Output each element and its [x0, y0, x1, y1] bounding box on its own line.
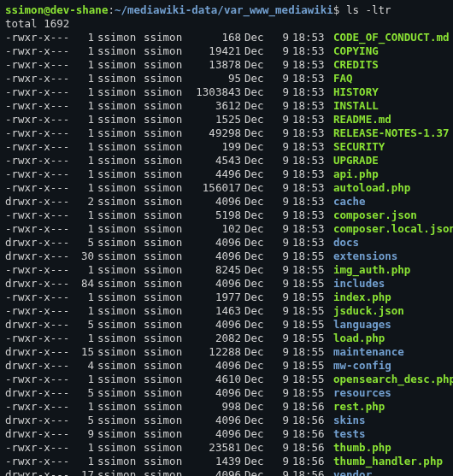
permissions: -rwxr-x--- [5, 85, 74, 99]
size: 23581 [190, 441, 241, 455]
time: 18:55 [289, 332, 330, 345]
file-name: SECURITY [330, 140, 385, 154]
owner: ssimon [94, 99, 144, 113]
size: 19421 [190, 44, 241, 58]
file-name: thumb_handler.php [330, 455, 443, 468]
total-line: total 1692 [5, 17, 448, 31]
size: 4096 [190, 359, 241, 373]
link-count: 1 [74, 113, 94, 126]
group: ssimon [144, 468, 190, 476]
link-count: 5 [74, 318, 94, 332]
size: 4543 [190, 154, 241, 167]
command-input[interactable]: ls -ltr [346, 3, 391, 16]
size: 4096 [190, 318, 241, 332]
listing-row: -rwxr-x---1ssimonssimon102Dec918:53compo… [5, 222, 448, 236]
size: 4496 [190, 167, 241, 181]
group: ssimon [144, 99, 190, 113]
listing-row: drwxr-x---2ssimonssimon4096Dec918:53cach… [5, 195, 448, 209]
owner: ssimon [94, 85, 144, 99]
link-count: 15 [74, 345, 94, 359]
owner: ssimon [94, 44, 144, 58]
size: 1463 [190, 304, 241, 318]
month: Dec [241, 318, 270, 332]
file-name: README.md [330, 113, 391, 126]
time: 18:53 [289, 154, 330, 167]
directory-name: vendor [330, 468, 372, 476]
file-name: autoload.php [330, 181, 410, 195]
time: 18:55 [289, 345, 330, 359]
group: ssimon [144, 304, 190, 318]
permissions: drwxr-x--- [5, 359, 74, 373]
file-name: rest.php [330, 400, 385, 414]
owner: ssimon [94, 113, 144, 126]
day: 9 [270, 427, 289, 441]
group: ssimon [144, 332, 190, 345]
link-count: 1 [74, 441, 94, 455]
group: ssimon [144, 236, 190, 250]
listing-row: -rwxr-x---1ssimonssimon49298Dec918:53REL… [5, 126, 448, 140]
prompt-host: dev-shane [50, 3, 109, 16]
directory-name: includes [330, 277, 385, 291]
link-count: 84 [74, 277, 94, 291]
link-count: 1 [74, 332, 94, 345]
group: ssimon [144, 414, 190, 427]
time: 18:56 [289, 455, 330, 468]
permissions: -rwxr-x--- [5, 222, 74, 236]
day: 9 [270, 85, 289, 99]
owner: ssimon [94, 386, 144, 400]
listing-row: drwxr-x---15ssimonssimon12288Dec918:55ma… [5, 345, 448, 359]
file-name: composer.json [330, 209, 417, 222]
permissions: -rwxr-x--- [5, 58, 74, 72]
group: ssimon [144, 400, 190, 414]
permissions: -rwxr-x--- [5, 400, 74, 414]
group: ssimon [144, 345, 190, 359]
group: ssimon [144, 441, 190, 455]
permissions: -rwxr-x--- [5, 44, 74, 58]
size: 4096 [190, 427, 241, 441]
month: Dec [241, 345, 270, 359]
listing-row: -rwxr-x---1ssimonssimon1525Dec918:53READ… [5, 113, 448, 126]
group: ssimon [144, 263, 190, 277]
permissions: -rwxr-x--- [5, 291, 74, 304]
size: 3612 [190, 99, 241, 113]
time: 18:53 [289, 99, 330, 113]
day: 9 [270, 154, 289, 167]
file-name: COPYING [330, 44, 379, 58]
month: Dec [241, 99, 270, 113]
group: ssimon [144, 427, 190, 441]
day: 9 [270, 140, 289, 154]
group: ssimon [144, 250, 190, 263]
link-count: 1 [74, 222, 94, 236]
month: Dec [241, 441, 270, 455]
link-count: 1 [74, 400, 94, 414]
owner: ssimon [94, 414, 144, 427]
owner: ssimon [94, 181, 144, 195]
owner: ssimon [94, 291, 144, 304]
group: ssimon [144, 455, 190, 468]
month: Dec [241, 400, 270, 414]
size: 5198 [190, 209, 241, 222]
owner: ssimon [94, 209, 144, 222]
time: 18:53 [289, 72, 330, 85]
file-name: RELEASE-NOTES-1.37 [330, 126, 449, 140]
file-name: img_auth.php [330, 263, 410, 277]
day: 9 [270, 72, 289, 85]
size: 12288 [190, 345, 241, 359]
directory-name: docs [330, 236, 359, 250]
day: 9 [270, 277, 289, 291]
link-count: 4 [74, 359, 94, 373]
month: Dec [241, 85, 270, 99]
listing-row: -rwxr-x---1ssimonssimon4610Dec918:55open… [5, 373, 448, 386]
day: 9 [270, 359, 289, 373]
listing-row: -rwxr-x---1ssimonssimon8245Dec918:55img_… [5, 263, 448, 277]
day: 9 [270, 318, 289, 332]
group: ssimon [144, 181, 190, 195]
link-count: 1 [74, 72, 94, 85]
terminal[interactable]: ssimon@dev-shane:~/mediawiki-data/var_ww… [5, 3, 448, 476]
owner: ssimon [94, 455, 144, 468]
time: 18:56 [289, 441, 330, 455]
time: 18:53 [289, 140, 330, 154]
time: 18:53 [289, 126, 330, 140]
listing-row: drwxr-x---9ssimonssimon4096Dec918:56test… [5, 427, 448, 441]
owner: ssimon [94, 250, 144, 263]
